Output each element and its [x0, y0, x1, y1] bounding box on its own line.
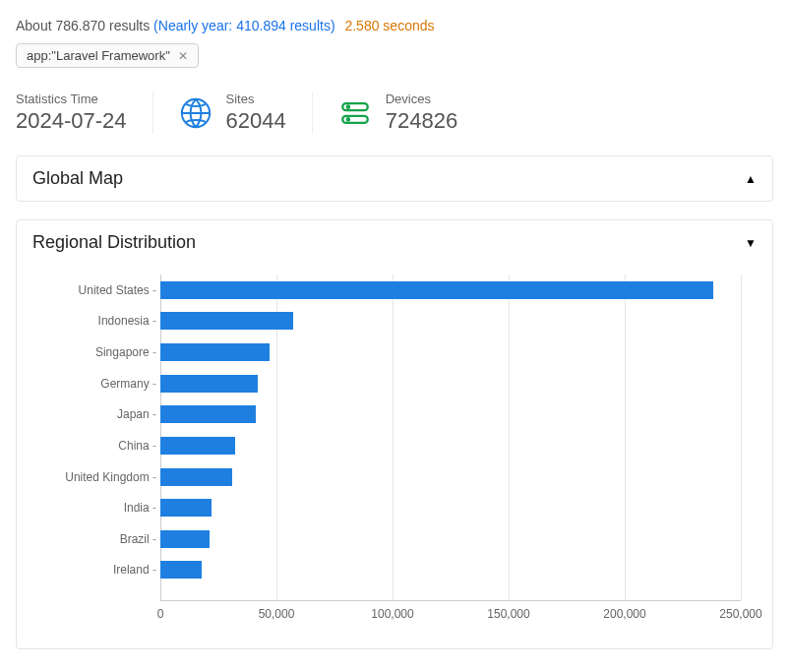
chart-ytick: Japan -: [117, 407, 156, 421]
caret-down-icon: ▼: [745, 236, 757, 250]
chart-bar: [160, 281, 741, 299]
results-total: 786.870: [55, 18, 105, 33]
filter-chip[interactable]: app:"Laravel Framework" ✕: [16, 43, 199, 68]
stat-sites: Sites 62044: [153, 92, 313, 134]
chart-ytick: Ireland -: [113, 563, 156, 577]
close-icon[interactable]: ✕: [178, 49, 188, 63]
chart-bar: [160, 468, 741, 486]
results-summary: About 786.870 results (Nearly year: 410.…: [16, 18, 773, 33]
filter-chip-label: app:"Laravel Framework": [27, 48, 170, 63]
results-about: About: [16, 18, 52, 33]
chart-ytick: Brazil -: [120, 532, 156, 546]
chart-bar: [160, 561, 741, 579]
panel-regional-body: 050,000100,000150,000200,000250,000Unite…: [17, 265, 772, 648]
stats-row: Statistics Time 2024-07-24 Sites 62044 D…: [16, 88, 773, 138]
svg-point-3: [347, 105, 349, 107]
server-icon: [338, 96, 372, 130]
chart-gridline: [741, 275, 742, 600]
chart-xtick: 0: [157, 607, 164, 621]
chart-bar: [160, 437, 741, 455]
chart-bar-fill: [160, 343, 270, 361]
chart-bar: [160, 375, 741, 393]
results-word: results: [109, 18, 150, 33]
panel-regional-title: Regional Distribution: [32, 232, 196, 253]
chart-bar-fill: [160, 281, 713, 299]
chart-plot-area: [160, 275, 741, 601]
panel-global-map: Global Map ▲: [16, 155, 773, 202]
chart-bar: [160, 312, 741, 330]
results-nearly[interactable]: (Nearly year: 410.894 results): [153, 18, 338, 33]
chart-ytick: United States -: [79, 283, 156, 297]
chart-xtick: 150,000: [487, 607, 529, 621]
globe-icon: [179, 96, 212, 130]
chart-ytick: Germany -: [100, 377, 156, 391]
chart-bar-fill: [160, 375, 258, 393]
chart-xtick: 100,000: [371, 607, 413, 621]
stat-time-value: 2024-07-24: [16, 108, 127, 134]
chart-ytick: Indonesia -: [98, 314, 156, 328]
results-elapsed: 2.580 seconds: [344, 18, 434, 33]
regional-bar-chart: 050,000100,000150,000200,000250,000Unite…: [32, 275, 757, 629]
panel-regional-header[interactable]: Regional Distribution ▼: [17, 220, 772, 265]
stat-devices: Devices 724826: [313, 92, 483, 134]
chart-bar: [160, 499, 741, 517]
chart-bar-fill: [160, 561, 202, 579]
svg-point-4: [347, 118, 349, 120]
stat-devices-label: Devices: [386, 92, 457, 106]
chart-ytick: China -: [118, 439, 156, 453]
stat-time: Statistics Time 2024-07-24: [16, 92, 153, 134]
chart-xtick: 50,000: [259, 607, 295, 621]
chart-ytick: India -: [124, 501, 156, 515]
chart-xtick: 200,000: [603, 607, 645, 621]
chart-bar: [160, 405, 741, 423]
chart-bar-fill: [160, 530, 210, 548]
chart-ytick: United Kingdom -: [65, 470, 156, 484]
stat-sites-label: Sites: [226, 92, 286, 106]
panel-regional: Regional Distribution ▼ 050,000100,00015…: [16, 219, 773, 649]
panel-global-map-title: Global Map: [32, 168, 123, 189]
chart-bar-fill: [160, 499, 212, 517]
chart-ytick: Singapore -: [95, 345, 156, 359]
chart-bar: [160, 343, 741, 361]
chart-bar: [160, 530, 741, 548]
chart-bar-fill: [160, 468, 232, 486]
stat-devices-value: 724826: [386, 108, 457, 134]
chart-xtick: 250,000: [719, 607, 761, 621]
stat-sites-value: 62044: [226, 108, 286, 134]
chart-bar-fill: [160, 437, 235, 455]
stat-time-label: Statistics Time: [16, 92, 127, 106]
chart-bar-fill: [160, 312, 293, 330]
caret-up-icon: ▲: [745, 172, 757, 186]
panel-global-map-header[interactable]: Global Map ▲: [17, 156, 772, 201]
chart-bar-fill: [160, 405, 256, 423]
